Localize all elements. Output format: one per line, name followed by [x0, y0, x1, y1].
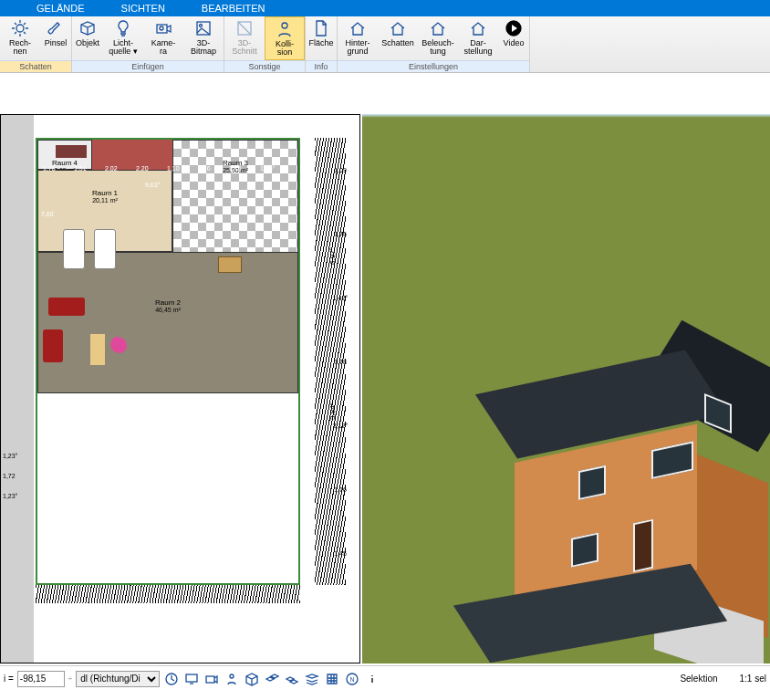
box-icon[interactable] [244, 671, 260, 687]
ribbon-hinter-button[interactable]: Hinter-grund [338, 16, 378, 60]
ribbon-kolli-button[interactable]: Kolli-sion [265, 16, 305, 60]
menu-gelaende[interactable]: GELÄNDE [36, 3, 85, 14]
btn-label: Fläche [308, 39, 333, 47]
status-bar: i = ÷ dl (Richtung/Di N Selektion 1:1 se… [0, 665, 770, 691]
menu-sichten[interactable]: SICHTEN [121, 3, 165, 14]
window-icon [651, 441, 693, 479]
svg-rect-10 [206, 676, 214, 683]
coord-input[interactable] [17, 671, 65, 687]
btn-label: tung [430, 47, 446, 56]
ribbon-group: FlächeInfo [306, 16, 338, 72]
3d-viewport[interactable] [362, 114, 770, 663]
btn-label: Pinsel [45, 39, 68, 47]
ribbon-d-button[interactable]: 3D-Bitmap [183, 16, 224, 60]
ribbon-group: Hinter-grundSchattenBeleuch-tungDar-stel… [338, 16, 530, 72]
window-icon [578, 465, 606, 500]
svg-point-6 [282, 23, 287, 28]
ribbon-group-label: Schatten [0, 60, 71, 72]
spinner-icon[interactable]: ÷ [68, 674, 72, 683]
history-icon[interactable] [163, 671, 180, 687]
ribbon-licht-button[interactable]: Licht-quelle ▾ [103, 16, 143, 60]
ribbon-group-label: Einstellungen [338, 60, 529, 72]
dim-label: 2,02 [105, 165, 118, 172]
furniture-table[interactable] [218, 256, 242, 273]
furniture-rug[interactable] [90, 334, 105, 365]
boxes-icon[interactable] [284, 671, 300, 687]
menu-bearbeiten[interactable]: BEARBEITEN [202, 3, 265, 14]
ribbon-flche-button[interactable]: Fläche [306, 16, 337, 60]
btn-label: sion [277, 48, 293, 57]
house-icon [389, 19, 407, 37]
main-menu-bar: GELÄNDE SICHTEN BEARBEITEN [0, 0, 770, 16]
dim-label: 1,51 [74, 165, 87, 172]
room-area: 20,11 m² [38, 197, 172, 204]
ribbon-pinsel-button[interactable]: Pinsel [40, 16, 71, 60]
svg-point-2 [160, 26, 163, 30]
layers-icon[interactable] [304, 671, 320, 687]
person-icon[interactable] [224, 671, 240, 687]
ribbon-dar-button[interactable]: Dar-stellung [458, 16, 498, 60]
furniture-sofa[interactable] [43, 329, 63, 362]
dim-label: 9,63° [145, 182, 160, 188]
dim-label: 1,72 [3, 473, 16, 479]
dim-label: 1,78 [43, 165, 56, 172]
dim-label: 1,10 [167, 165, 180, 172]
display-icon[interactable] [183, 671, 200, 687]
btn-label: Schatten [381, 39, 414, 47]
dim-label: 1,35° [260, 165, 275, 172]
svg-rect-1 [157, 25, 167, 33]
sky-background [362, 114, 770, 118]
direction-select[interactable]: dl (Richtung/Di [76, 671, 160, 687]
btn-label: Bitmap [191, 47, 216, 56]
dim-label: 1,23° [3, 493, 17, 499]
grid-icon[interactable] [324, 671, 340, 687]
room-2[interactable]: Raum 2 46,45 m² [37, 252, 298, 393]
svg-text:N: N [350, 676, 355, 683]
camera-icon [154, 19, 172, 37]
brush-icon [47, 19, 65, 37]
btn-label: stellung [463, 47, 492, 56]
furniture-sofa[interactable] [48, 298, 85, 316]
info-icon[interactable] [364, 671, 380, 687]
image-icon [194, 19, 213, 37]
btn-label: Schnitt [232, 47, 257, 56]
dim-label: 1,76 [334, 486, 347, 493]
ribbon-video-button[interactable]: Video [498, 16, 529, 60]
btn-label: grund [347, 47, 368, 56]
house-icon [469, 19, 487, 37]
ribbon-d-button: 3D-Schnitt [224, 16, 265, 60]
ribbon-rech-button[interactable]: Rech-nen [0, 16, 40, 60]
ribbon-group: Rech-nenPinselSchatten [0, 16, 72, 72]
room-name: Raum 2 [155, 298, 181, 307]
sun-icon [11, 19, 29, 37]
boxes-icon[interactable] [264, 671, 280, 687]
camera-icon[interactable] [203, 671, 220, 687]
furniture-lounger[interactable] [94, 229, 116, 269]
dim-label: 6,97° [328, 247, 337, 265]
plan-2d-viewport[interactable]: 1,23° 1,72 1,23° Raum 4 2,69 m² Raum 1 2… [0, 114, 360, 663]
ribbon-objekt-button[interactable]: Objekt [72, 16, 103, 60]
dim-label: 7,60 [41, 211, 54, 217]
dim-label: 1,76 [334, 231, 347, 237]
room-name: Raum 1 [92, 189, 118, 197]
cut-icon [235, 19, 254, 37]
ribbon-kame-button[interactable]: Kame-ra [143, 16, 183, 60]
building-plot: Raum 4 2,69 m² Raum 1 20,11 m² Raum 3 25… [36, 138, 300, 585]
ribbon-toolbar: Rech-nenPinselSchattenObjektLicht-quelle… [0, 16, 770, 73]
play-icon [505, 19, 523, 37]
doc-icon [312, 19, 330, 37]
btn-label: quelle ▾ [109, 47, 138, 56]
dim-label: 1,45 [334, 550, 347, 557]
garage-model[interactable] [472, 581, 745, 663]
ribbon-beleuch-button[interactable]: Beleuch-tung [418, 16, 458, 60]
north-icon[interactable]: N [344, 671, 360, 687]
furniture-bench[interactable] [56, 145, 87, 158]
svg-point-0 [16, 25, 24, 32]
furniture-lounger[interactable] [63, 229, 85, 269]
ribbon-schatten-button[interactable]: Schatten [378, 16, 418, 60]
house-model[interactable] [478, 335, 743, 609]
dim-label: 1,23° [3, 453, 17, 459]
furniture-lamp[interactable] [110, 337, 127, 353]
workarea: 1,23° 1,72 1,23° Raum 4 2,69 m² Raum 1 2… [0, 114, 770, 663]
ribbon-group-label: Info [306, 60, 337, 72]
